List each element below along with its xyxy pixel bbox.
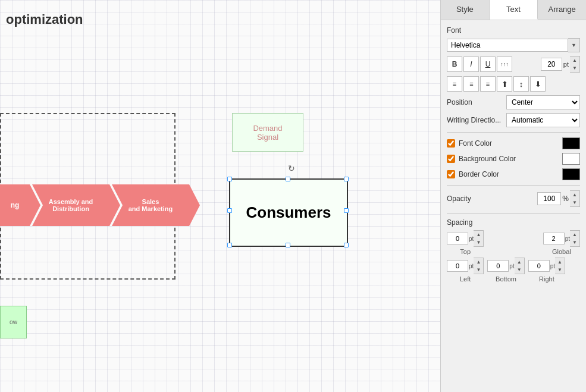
spacing-right-input[interactable] — [528, 260, 550, 272]
font-dropdown-arrow[interactable]: ▼ — [568, 38, 580, 52]
consumers-shape[interactable]: Consumers — [229, 178, 348, 247]
divider-1 — [447, 132, 580, 133]
background-color-checkbox[interactable] — [447, 155, 455, 163]
handle-middle-left[interactable] — [227, 208, 232, 213]
opacity-down[interactable]: ▼ — [570, 199, 579, 206]
canvas: optimization ng Assembly and Distributio… — [0, 0, 440, 392]
arrow-shape-2[interactable]: Assembly and Distribution — [32, 184, 109, 226]
border-color-checkbox[interactable] — [447, 170, 455, 178]
font-select-row: Helvetica Arial Times New Roman ▼ — [447, 38, 580, 52]
bold-button[interactable]: B — [447, 57, 462, 72]
arrow-shape-1[interactable]: ng — [0, 184, 30, 226]
spacing-bottom-field: pt ▲ ▼ — [487, 258, 524, 274]
opacity-spinner: ▲ ▼ — [570, 190, 580, 207]
panel-content: Font Helvetica Arial Times New Roman ▼ B… — [441, 20, 586, 392]
spacing-right-down[interactable]: ▼ — [555, 266, 565, 274]
spacing-top-up[interactable]: ▲ — [474, 231, 483, 239]
border-color-label: Border Color — [459, 170, 562, 178]
spacing-right-spinner: ▲ ▼ — [555, 258, 565, 274]
spacing-right-field: pt ▲ ▼ — [528, 258, 565, 274]
spacing-top-input[interactable] — [447, 233, 468, 244]
consumers-label: Consumers — [246, 203, 331, 222]
tab-arrange[interactable]: Arrange — [538, 0, 586, 20]
writing-direction-select[interactable]: Automatic Left to Right Right to Left — [506, 113, 580, 127]
spacing-top-field: pt ▲ ▼ — [447, 230, 484, 247]
spacing-bottom-down[interactable]: ▼ — [515, 266, 524, 274]
background-color-row: Background Color — [447, 153, 580, 165]
align-top-button[interactable]: ⬆ — [497, 76, 512, 92]
spacing-bottom-unit: pt — [509, 263, 514, 269]
opacity-up[interactable]: ▲ — [570, 191, 579, 199]
spacing-right-label: Right — [539, 275, 554, 283]
opacity-input[interactable] — [537, 192, 561, 205]
spacing-top-spinner: ▲ ▼ — [474, 230, 484, 247]
handle-top-center[interactable] — [286, 177, 290, 181]
tab-text[interactable]: Text — [490, 0, 538, 20]
spacing-left-up[interactable]: ▲ — [474, 258, 483, 266]
font-color-checkbox[interactable] — [447, 139, 455, 148]
spacing-right-up[interactable]: ▲ — [555, 258, 565, 266]
spacing-global-up[interactable]: ▲ — [570, 231, 579, 239]
spacing-left-input[interactable] — [447, 260, 468, 272]
background-color-swatch[interactable] — [562, 153, 580, 165]
background-color-label: Background Color — [459, 155, 562, 163]
spacing-lbr-row: pt ▲ ▼ Left pt ▲ ▼ Bottom — [447, 258, 580, 283]
font-size-down[interactable]: ▼ — [570, 64, 579, 72]
handle-bottom-right[interactable] — [344, 243, 349, 247]
position-select[interactable]: Center Left Right — [506, 95, 580, 109]
spacing-bottom-spinner: ▲ ▼ — [515, 258, 525, 274]
spacing-left-spinner: ▲ ▼ — [474, 258, 484, 274]
superscript-button[interactable]: ↑↑↑ — [497, 57, 512, 72]
font-size-input[interactable] — [541, 58, 562, 71]
font-color-swatch[interactable] — [562, 137, 580, 149]
spacing-global-unit: pt — [565, 236, 570, 242]
writing-direction-label: Writing Directio... — [447, 116, 506, 124]
spacing-bottom-label: Bottom — [496, 275, 516, 283]
font-select[interactable]: Helvetica Arial Times New Roman — [447, 39, 568, 52]
underline-button[interactable]: U — [480, 57, 496, 72]
position-row: Position Center Left Right — [447, 95, 580, 109]
handle-bottom-left[interactable] — [227, 243, 232, 247]
arrow1-label: ng — [11, 201, 20, 209]
handle-middle-right[interactable] — [344, 208, 349, 213]
demand-signal-shape[interactable]: Demand Signal — [232, 113, 303, 152]
divider-2 — [447, 185, 580, 186]
handle-bottom-center[interactable] — [286, 243, 290, 247]
spacing-bottom-up[interactable]: ▲ — [515, 258, 524, 266]
writing-direction-row: Writing Directio... Automatic Left to Ri… — [447, 113, 580, 127]
align-left-button[interactable]: ≡ — [447, 76, 462, 92]
spacing-label: Spacing — [447, 218, 580, 227]
spacing-bottom-input[interactable] — [487, 260, 509, 272]
h-align-row: ≡ ≡ ≡ ⬆ ↕ ⬇ — [447, 76, 580, 92]
rotate-handle[interactable]: ↻ — [287, 164, 296, 173]
spacing-left-unit: pt — [469, 263, 474, 269]
handle-top-right[interactable] — [344, 177, 349, 181]
border-color-swatch[interactable] — [562, 168, 580, 180]
align-right-button[interactable]: ≡ — [480, 76, 496, 92]
spacing-left-down[interactable]: ▼ — [474, 266, 483, 274]
font-size-up[interactable]: ▲ — [570, 57, 579, 64]
font-size-unit: pt — [563, 61, 569, 68]
spacing-top-down[interactable]: ▼ — [474, 239, 483, 246]
align-bottom-button[interactable]: ⬇ — [530, 76, 546, 92]
arrow-shape-3[interactable]: Sales and Marketing — [112, 184, 189, 226]
spacing-top-unit: pt — [469, 236, 474, 242]
spacing-left-label: Left — [460, 275, 471, 283]
italic-button[interactable]: I — [463, 57, 479, 72]
right-panel: Style Text Arrange Font Helvetica Arial … — [440, 0, 586, 392]
green-shape[interactable]: ow — [0, 306, 27, 338]
spacing-bottom-col: pt ▲ ▼ Bottom — [487, 258, 524, 283]
align-vmiddle-button[interactable]: ↕ — [513, 76, 529, 92]
font-color-label: Font Color — [459, 139, 562, 148]
border-color-row: Border Color — [447, 168, 580, 180]
spacing-global-down[interactable]: ▼ — [570, 239, 579, 246]
handle-top-left[interactable] — [227, 177, 232, 181]
divider-3 — [447, 213, 580, 214]
align-center-button[interactable]: ≡ — [463, 76, 479, 92]
spacing-global-input[interactable] — [543, 233, 565, 244]
tab-style[interactable]: Style — [441, 0, 490, 20]
spacing-left-col: pt ▲ ▼ Left — [447, 258, 484, 283]
arrow2-label: Assembly and Distribution — [49, 198, 93, 212]
font-size-spinner: ▲ ▼ — [570, 56, 580, 73]
opacity-row: Opacity % ▲ ▼ — [447, 190, 580, 207]
